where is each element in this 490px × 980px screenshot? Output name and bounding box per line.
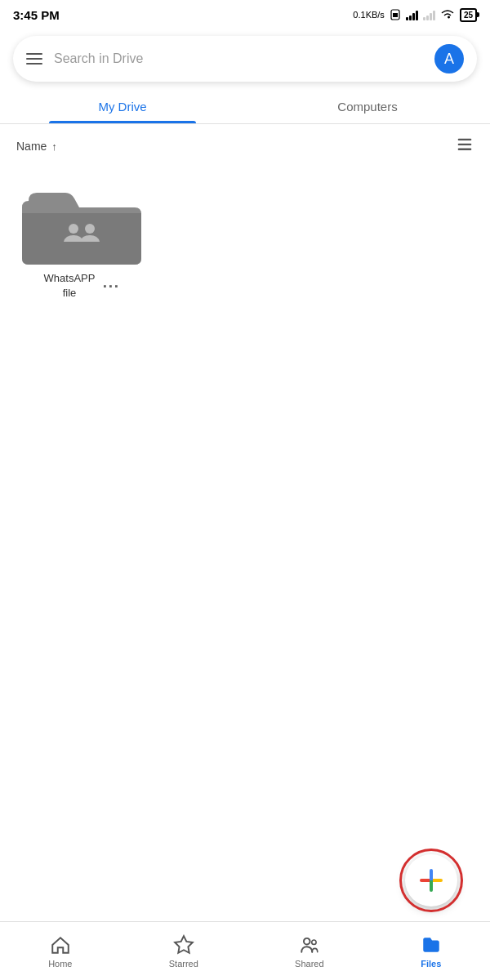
bottom-navigation: Home Starred Shared Files xyxy=(0,921,490,980)
nav-home-label: Home xyxy=(48,959,72,969)
user-avatar[interactable]: A xyxy=(434,44,464,74)
sort-label-text: Name xyxy=(16,140,47,153)
nav-shared-label: Shared xyxy=(295,959,323,969)
signal-bars-2 xyxy=(423,9,435,20)
svg-rect-2 xyxy=(458,139,472,140)
hamburger-menu-icon[interactable] xyxy=(26,53,42,65)
nav-files-label: Files xyxy=(421,959,441,969)
battery-icon: 25 xyxy=(460,8,477,22)
shared-icon xyxy=(299,934,320,956)
file-name-label: WhatsAPPfile xyxy=(44,271,96,301)
file-name-row: WhatsAPPfile ⋮ xyxy=(16,271,147,301)
list-view-toggle[interactable] xyxy=(456,136,474,157)
svg-rect-1 xyxy=(393,13,398,17)
drive-tabs: My Drive Computers xyxy=(0,88,490,124)
status-time: 3:45 PM xyxy=(13,8,60,22)
svg-point-6 xyxy=(85,224,95,234)
sim-icon xyxy=(390,9,401,20)
file-item[interactable]: WhatsAPPfile ⋮ xyxy=(16,176,147,301)
status-icons: 0.1KB/s 25 xyxy=(353,8,477,22)
files-icon xyxy=(421,934,442,956)
signal-bars-1 xyxy=(406,9,418,20)
nav-starred-label: Starred xyxy=(169,959,198,969)
status-bar: 3:45 PM 0.1KB/s xyxy=(0,0,490,29)
file-more-options-button[interactable]: ⋮ xyxy=(100,276,119,296)
wifi-icon xyxy=(440,8,455,22)
tab-computers[interactable]: Computers xyxy=(245,88,490,123)
star-icon xyxy=(173,934,194,956)
svg-rect-4 xyxy=(458,149,472,150)
sort-arrow-icon: ↑ xyxy=(51,140,57,153)
sort-bar: Name ↑ xyxy=(0,124,490,168)
battery-level: 25 xyxy=(464,11,473,20)
fab-container xyxy=(405,854,457,906)
home-icon xyxy=(50,934,71,956)
file-grid: WhatsAPPfile ⋮ xyxy=(0,168,490,309)
new-file-button[interactable] xyxy=(405,854,457,906)
tab-my-drive[interactable]: My Drive xyxy=(0,88,245,123)
folder-thumbnail xyxy=(20,176,143,266)
sort-name-button[interactable]: Name ↑ xyxy=(16,140,57,153)
plus-icon xyxy=(420,869,443,892)
svg-point-8 xyxy=(312,940,316,944)
nav-item-shared[interactable]: Shared xyxy=(282,928,336,975)
search-placeholder[interactable]: Search in Drive xyxy=(54,51,423,66)
svg-point-7 xyxy=(304,938,310,944)
nav-item-home[interactable]: Home xyxy=(35,928,85,975)
nav-item-starred[interactable]: Starred xyxy=(156,928,212,975)
search-bar[interactable]: Search in Drive A xyxy=(13,36,477,82)
svg-point-5 xyxy=(69,224,78,234)
nav-item-files[interactable]: Files xyxy=(408,928,455,975)
network-speed: 0.1KB/s xyxy=(353,10,385,20)
svg-rect-3 xyxy=(458,144,472,145)
